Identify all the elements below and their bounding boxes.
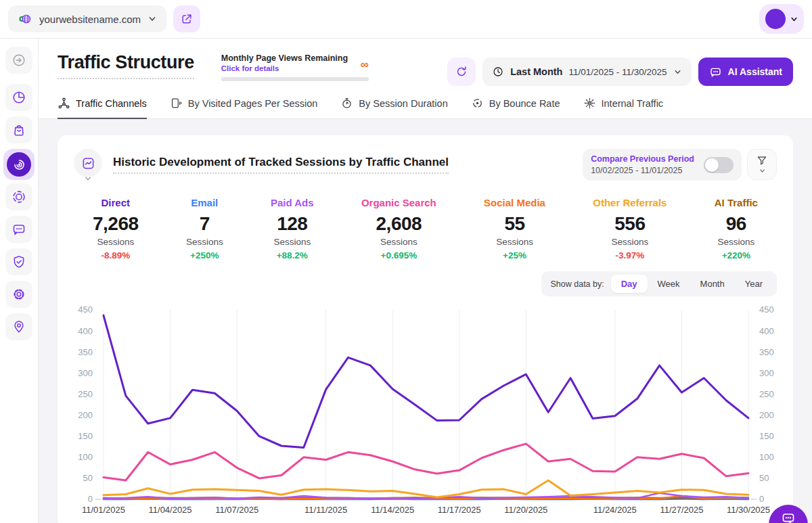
period-option-day[interactable]: Day: [611, 275, 648, 293]
active-item-circle: [7, 152, 31, 177]
focus-scan-icon: [12, 189, 26, 204]
globe-icon: [18, 12, 32, 26]
svg-text:100: 100: [759, 452, 774, 462]
quota-title: Monthly Page Views Remaining: [221, 53, 348, 63]
svg-text:450: 450: [759, 304, 774, 315]
content-area: Historic Development of Tracked Sessions…: [39, 119, 812, 523]
pages-device-icon: [170, 97, 183, 110]
sidebar-item-privacy[interactable]: [5, 248, 32, 275]
tab-label: By Session Duration: [359, 98, 447, 109]
show-data-by-switch: Show data by: Day Week Month Year: [541, 271, 777, 296]
sidebar-item-feedback[interactable]: [5, 216, 32, 243]
widget-title: Historic Development of Tracked Sessions…: [113, 156, 449, 174]
period-option-week[interactable]: Week: [648, 275, 690, 293]
svg-text:250: 250: [78, 389, 93, 399]
page-title: Traffic Structure: [58, 52, 194, 79]
pageviews-quota: Monthly Page Views Remaining Click for d…: [221, 53, 369, 81]
tab-visited-pages[interactable]: By Visited Pages Per Session: [170, 97, 318, 119]
account-menu[interactable]: [759, 4, 804, 34]
pie-chart-icon: [12, 90, 26, 105]
sidebar-item-ecommerce[interactable]: [5, 116, 32, 143]
chevron-down-icon: [148, 14, 157, 24]
channels-hub-icon: [58, 97, 70, 110]
svg-text:150: 150: [78, 431, 93, 441]
date-preset: Last Month: [510, 66, 562, 77]
open-website-button[interactable]: [173, 5, 200, 32]
website-selector[interactable]: yourwebsitename.com: [8, 5, 166, 32]
chat-bubble-icon: [12, 222, 26, 237]
shield-check-icon: [12, 254, 26, 269]
sidebar-item-tracking[interactable]: [5, 183, 32, 210]
svg-text:11/27/2025: 11/27/2025: [660, 505, 703, 515]
stat-other-referrals[interactable]: Other Referrals 556 Sessions -3.97%: [593, 197, 667, 260]
bounce-target-icon: [471, 97, 484, 110]
page-header: Traffic Structure Monthly Page Views Rem…: [39, 39, 812, 86]
widget-icon-button[interactable]: [74, 149, 102, 177]
svg-text:11/20/2025: 11/20/2025: [504, 505, 547, 515]
ai-assistant-label: AI Assistant: [728, 66, 782, 77]
period-option-year[interactable]: Year: [735, 275, 773, 293]
chevron-down-icon: [790, 15, 798, 24]
ai-assistant-button[interactable]: AI Assistant: [698, 58, 793, 86]
svg-text:300: 300: [78, 368, 93, 378]
tab-label: By Visited Pages Per Session: [188, 98, 318, 109]
stat-paid-ads[interactable]: Paid Ads 128 Sessions +88.2%: [271, 197, 314, 260]
chevron-down-icon: [759, 167, 766, 175]
filter-button[interactable]: [747, 149, 777, 180]
svg-text:0: 0: [88, 494, 93, 504]
svg-text:250: 250: [759, 389, 774, 399]
svg-text:50: 50: [759, 473, 769, 483]
tab-bounce-rate[interactable]: By Bounce Rate: [471, 97, 560, 119]
tab-traffic-channels[interactable]: Traffic Channels: [58, 97, 147, 119]
svg-text:150: 150: [759, 431, 774, 441]
svg-text:11/24/2025: 11/24/2025: [593, 505, 637, 515]
date-range-picker[interactable]: Last Month 11/01/2025 - 11/30/2025: [482, 58, 691, 86]
sidebar-item-analytics[interactable]: [5, 84, 32, 111]
location-pin-icon: [12, 319, 26, 334]
svg-text:11/04/2025: 11/04/2025: [149, 505, 192, 515]
chart-area: 0050501001001501502002002502503003003503…: [74, 302, 777, 521]
svg-text:200: 200: [759, 410, 774, 420]
tab-label: By Bounce Rate: [489, 98, 560, 109]
svg-text:350: 350: [78, 347, 93, 357]
svg-text:300: 300: [759, 368, 774, 378]
external-link-icon: [180, 12, 194, 26]
chat-bubble-icon: [781, 511, 796, 523]
infinity-icon: ∞: [361, 59, 369, 70]
website-name: yourwebsitename.com: [39, 14, 141, 25]
tab-session-duration[interactable]: By Session Duration: [340, 97, 447, 119]
compare-toggle[interactable]: [704, 157, 734, 173]
period-option-month[interactable]: Month: [690, 275, 735, 293]
stat-email[interactable]: Email 7 Sessions +250%: [186, 197, 223, 260]
panel-toggle-icon: [12, 53, 26, 68]
sessions-radar-icon: [12, 158, 26, 172]
stat-direct[interactable]: Direct 7,268 Sessions -8.89%: [93, 197, 139, 260]
compare-range: 10/02/2025 - 11/01/2025: [591, 166, 694, 175]
svg-text:0: 0: [759, 494, 764, 504]
chevron-down-icon: [84, 175, 92, 183]
report-tabs: Traffic Channels By Visited Pages Per Se…: [39, 97, 812, 119]
svg-text:200: 200: [78, 410, 93, 420]
sidebar-item-locations[interactable]: [5, 313, 32, 340]
shopping-bag-icon: [12, 122, 26, 137]
internal-traffic-icon: [583, 97, 596, 110]
svg-text:100: 100: [78, 452, 93, 462]
sidebar-item-settings[interactable]: [5, 281, 32, 308]
sidebar-toggle-button[interactable]: [5, 47, 32, 74]
channel-stats-row: Direct 7,268 Sessions -8.89% Email 7 Ses…: [74, 197, 777, 260]
top-bar: yourwebsitename.com: [0, 0, 812, 39]
stat-organic-search[interactable]: Organic Search 2,608 Sessions +0.695%: [361, 197, 436, 260]
stat-social-media[interactable]: Social Media 55 Sessions +25%: [484, 197, 545, 260]
chevron-down-icon: [673, 68, 682, 76]
sessions-line-chart[interactable]: 0050501001001501502002002502503003003503…: [74, 302, 777, 518]
svg-text:11/17/2025: 11/17/2025: [438, 505, 481, 515]
stat-ai-traffic[interactable]: AI Traffic 96 Sessions +220%: [715, 197, 758, 260]
quota-details-link[interactable]: Click for details: [221, 64, 348, 72]
show-data-by-label: Show data by:: [551, 279, 604, 289]
date-range: 11/01/2025 - 11/30/2025: [568, 67, 667, 77]
refresh-button[interactable]: [447, 58, 476, 86]
compare-previous-period: Compare Previous Period 10/02/2025 - 11/…: [583, 149, 742, 181]
sidebar-item-traffic-active[interactable]: [3, 149, 35, 180]
tab-internal-traffic[interactable]: Internal Traffic: [583, 97, 664, 119]
settings-gear-icon: [12, 287, 26, 302]
